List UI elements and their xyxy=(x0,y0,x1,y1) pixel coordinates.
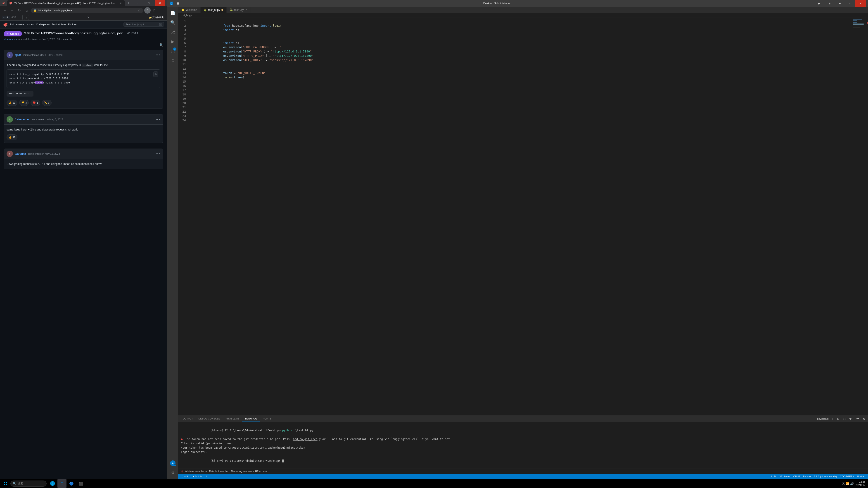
maximize-panel-btn[interactable]: ⬚ xyxy=(842,417,846,420)
nav-codespaces[interactable]: Codespaces xyxy=(36,23,50,26)
reaction-thumbsdown-1[interactable]: 👎 3 xyxy=(19,100,29,106)
terminal-content[interactable]: (hf-env) PS C:\Users\Administrator\Deskt… xyxy=(178,422,868,468)
bookmarks-bar: 📁 其他收藏夹 xyxy=(148,16,165,19)
vscode-maximize-btn[interactable]: □ xyxy=(845,0,855,7)
next-match-btn[interactable]: ↓ xyxy=(24,15,29,20)
minimize-btn[interactable]: − xyxy=(132,0,143,6)
activity-settings[interactable]: ⚙ xyxy=(168,468,177,477)
star-icon[interactable]: ☆ xyxy=(138,9,141,12)
reaction-heart-1[interactable]: ❤️ 1 xyxy=(31,100,40,106)
tab-close-icon[interactable]: ✕ xyxy=(119,1,123,5)
taskbar-app-terminal[interactable]: ⬛ xyxy=(76,479,86,488)
reaction-thumbsup-2[interactable]: 👍 17 xyxy=(6,134,18,141)
kill-terminal-btn[interactable]: 🗑 xyxy=(848,417,853,420)
nav-pull-requests[interactable]: Pull requests xyxy=(10,23,24,26)
activity-explorer[interactable]: 📄 xyxy=(168,8,177,18)
start-btn[interactable] xyxy=(1,479,10,488)
taskbar-app-edge[interactable]: 🌐 xyxy=(48,479,57,488)
taskbar-search[interactable]: 🔍 搜索 xyxy=(10,481,46,487)
hamburger-icon[interactable]: ☰ xyxy=(175,0,181,6)
github-search[interactable]: Search or jump to... / xyxy=(123,22,164,27)
prettier-status[interactable]: Prettier xyxy=(857,475,866,478)
panel-tab-output[interactable]: OUTPUT xyxy=(180,416,196,422)
line-ending-status[interactable]: CRLF xyxy=(793,475,801,478)
line-num-7: 7 xyxy=(178,45,186,49)
comment-author-2[interactable]: fortunechen xyxy=(15,118,30,121)
taskbar-app-chrome[interactable]: 🔵 xyxy=(67,479,76,488)
code-line-2: import os xyxy=(191,24,852,28)
close-panel-x-btn[interactable]: ✕ xyxy=(862,417,866,421)
network-icon[interactable]: 📶 xyxy=(846,482,849,485)
extensions-btn[interactable]: ⬚ xyxy=(152,7,158,13)
browser-menu-btn[interactable]: ⋮ xyxy=(159,7,165,13)
nav-explore[interactable]: Explore xyxy=(68,23,76,26)
prev-match-btn[interactable]: ↑ xyxy=(18,15,23,20)
vscode-run-btn[interactable]: ▶ xyxy=(814,0,824,7)
tab-test2[interactable]: 🐍 test2.py ✕ xyxy=(227,7,251,13)
code-line-23 xyxy=(191,114,852,118)
activity-extensions[interactable]: ⬚ 1 xyxy=(168,47,177,56)
browser-tab-active[interactable]: 🐙 SSLError: HTTPSConnectionPool(host='hu… xyxy=(7,0,125,6)
address-bar[interactable]: 🔒 https://github.com/huggingface... ☆ xyxy=(31,8,144,13)
close-btn[interactable]: ✕ xyxy=(155,0,165,6)
back-btn[interactable]: ← xyxy=(2,7,8,13)
new-tab-btn[interactable]: + xyxy=(126,0,131,6)
bookmark-item[interactable]: 📁 其他收藏夹 xyxy=(148,16,165,19)
copy-btn-1[interactable]: ⧉ xyxy=(153,71,158,78)
panel-tab-debug[interactable]: DEBUG CONSOLE xyxy=(196,416,223,422)
nav-issues[interactable]: Issues xyxy=(27,23,34,26)
codegeex-status[interactable]: CODEGEEX xyxy=(839,475,855,478)
ime-indicator[interactable]: 英 xyxy=(842,482,845,485)
comment-meta-2: commented on May 8, 2023 xyxy=(32,118,63,121)
activity-avatar[interactable]: A xyxy=(168,459,177,468)
comment-actions-1[interactable]: ••• xyxy=(156,53,160,57)
comment-author-1[interactable]: cjl99 xyxy=(15,53,21,57)
close-find-btn[interactable]: ✕ xyxy=(86,15,91,20)
status-bar: ⬡ WSL ✕ 0 ⚠ 0 ↺ LLM xyxy=(178,474,868,479)
add-terminal-btn[interactable]: + xyxy=(831,417,835,421)
source-cmd: source ~/.zshrc xyxy=(6,91,33,97)
close-panel-btn[interactable]: ••• xyxy=(855,417,860,421)
clock[interactable]: 22:28 2024/6/2 xyxy=(856,480,865,487)
profile-btn[interactable]: A xyxy=(144,7,151,13)
breadcrumb-file[interactable]: test_hf.py xyxy=(181,14,192,17)
panel-tab-problems[interactable]: PROBLEMS xyxy=(223,416,242,422)
breadcrumb-item[interactable]: … xyxy=(194,14,197,17)
errors-status[interactable]: ✕ 0 ⚠ 0 xyxy=(191,475,203,478)
activity-source-control[interactable]: ⎇ xyxy=(168,28,177,37)
taskbar-apps-area: 🌐 ⬡ 🔵 ⬛ xyxy=(48,479,86,488)
vscode-minimize-btn[interactable]: − xyxy=(835,0,845,7)
activity-git[interactable]: ⬡ xyxy=(168,56,177,65)
nav-marketplace[interactable]: Marketplace xyxy=(52,23,66,26)
tab-welcome[interactable]: ⭐ Welcome xyxy=(178,7,200,13)
vscode-layout-btn[interactable]: ⊡ xyxy=(824,0,835,7)
file-size-status[interactable]: 351 bytes xyxy=(778,475,791,478)
split-terminal-btn[interactable]: ⊟ xyxy=(836,417,840,420)
activity-search[interactable]: 🔍 xyxy=(168,18,177,27)
branch-icon[interactable]: ⬡ WSL xyxy=(180,475,190,478)
forward-btn[interactable]: → xyxy=(9,7,16,13)
panel-tab-terminal[interactable]: TERMINAL xyxy=(242,416,260,422)
python-env-status[interactable]: 3.9.0 (hf-env: conda) xyxy=(813,475,838,478)
reaction-thumbsup-1[interactable]: 👍 21 xyxy=(6,100,18,106)
comment-author-3[interactable]: tvaranka xyxy=(15,152,26,155)
taskbar-app-vscode[interactable]: ⬡ xyxy=(57,479,66,488)
llm-status[interactable]: LLM xyxy=(771,475,777,478)
search-issues-btn[interactable]: 🔍 xyxy=(159,43,163,47)
language-status[interactable]: Python xyxy=(802,475,811,478)
comment-actions-3[interactable]: ••• xyxy=(156,152,160,156)
home-btn[interactable]: ⌂ xyxy=(24,7,30,13)
tab-testhf[interactable]: 🐍 test_hf.py xyxy=(200,7,227,13)
remote-sync-icon[interactable]: ↺ xyxy=(204,475,208,478)
vscode-close-btn[interactable]: ✕ xyxy=(855,0,866,7)
volume-icon[interactable]: 🔊 xyxy=(850,482,854,485)
reaction-pencil-1[interactable]: ✏️ 3 xyxy=(42,100,52,106)
panel-tab-ports[interactable]: PORTS xyxy=(260,416,274,422)
comment-actions-2[interactable]: ••• xyxy=(156,118,160,121)
maximize-btn[interactable]: □ xyxy=(144,0,154,6)
refresh-btn[interactable]: ↻ xyxy=(16,7,23,13)
activity-run[interactable]: ▶ xyxy=(168,37,177,46)
tab-close-2[interactable]: ✕ xyxy=(246,8,247,11)
code-content[interactable]: from huggingface_hub import login import… xyxy=(189,18,852,415)
issue-author[interactable]: alexsomoza xyxy=(4,38,17,40)
